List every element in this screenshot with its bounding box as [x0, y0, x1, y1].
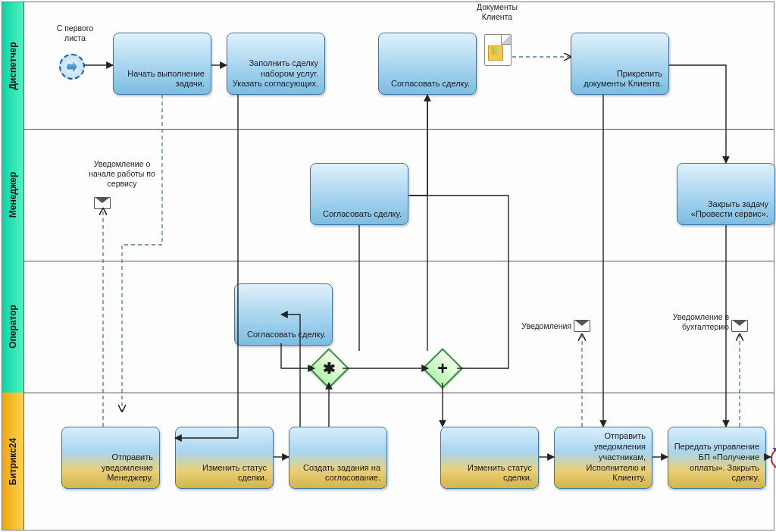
task-m1[interactable]: Согласовать сделку.	[310, 163, 408, 225]
lane-header-manager: Менеджер	[2, 129, 24, 261]
lane-header-bitrix24: Битрикс24	[2, 393, 24, 530]
task-b2[interactable]: Изменить статус сделки.	[175, 427, 274, 489]
task-b3[interactable]: Создать задания на согласование.	[289, 427, 387, 489]
envelope-icon	[574, 320, 590, 332]
lane-label: Диспетчер	[8, 42, 18, 89]
link-event-icon	[59, 54, 85, 80]
task-m2[interactable]: Закрыть задачу «Провести сервис».	[677, 163, 775, 225]
lane-bitrix24: Битрикс24 Отправить уведомление Менеджер…	[2, 393, 774, 530]
lane-header-dispatcher: Диспетчер	[2, 2, 24, 129]
task-o1[interactable]: Согласовать сделку.	[234, 283, 333, 346]
note-start: С первого листа	[48, 23, 102, 43]
envelope-icon	[94, 197, 111, 209]
lane-label: Менеджер	[8, 172, 18, 218]
pool: Диспетчер С первого листа Начать выполне…	[2, 2, 774, 530]
task-d2[interactable]: Заполнить сделку набором услуг. Указать …	[227, 33, 325, 95]
note-notify-start: Уведомление о начале работы по сервису	[80, 159, 164, 189]
task-b4[interactable]: Изменить статус сделки.	[440, 427, 539, 489]
task-d3[interactable]: Согласовать сделку.	[378, 33, 477, 95]
note-accounting: Уведомление в бухгалтерию	[657, 312, 729, 332]
gateway-complex[interactable]: ✱	[308, 348, 349, 389]
document-icon	[484, 34, 512, 66]
task-d4[interactable]: Прикрепить документы Клиента.	[571, 33, 669, 95]
lane-manager: Менеджер Уведомление о начале работы по …	[2, 129, 774, 261]
note-notifications: Уведомления	[511, 321, 571, 331]
diagram-frame: Диспетчер С первого листа Начать выполне…	[2, 2, 774, 530]
asterisk-icon: ✱	[323, 361, 336, 376]
envelope-icon	[731, 320, 748, 332]
note-docs: Документы Клиента	[467, 2, 527, 22]
plus-icon: +	[437, 359, 448, 377]
lane-label: Битрикс24	[8, 437, 18, 484]
task-d1[interactable]: Начать выполнение задачи.	[113, 33, 211, 95]
task-b1[interactable]: Отправить уведомление Менеджеру.	[61, 427, 160, 489]
lane-operator: Оператор Согласовать сделку. ✱ + Уведомл…	[2, 261, 774, 393]
task-b5[interactable]: Отправить уведомления участникам, Исполн…	[554, 427, 652, 489]
lane-label: Оператор	[8, 305, 18, 349]
lane-dispatcher: Диспетчер С первого листа Начать выполне…	[2, 2, 774, 130]
task-b6[interactable]: Передать управление БП «Получение оплаты…	[668, 427, 766, 489]
lane-header-operator: Оператор	[2, 261, 24, 393]
gateway-parallel[interactable]: +	[422, 348, 463, 389]
message-end-event	[771, 447, 776, 470]
